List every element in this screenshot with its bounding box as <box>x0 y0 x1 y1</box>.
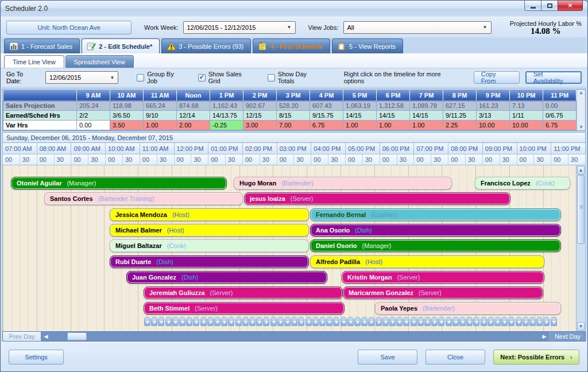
shift-marker-icon[interactable] <box>466 317 473 326</box>
grid-cell[interactable]: 3/13 <box>477 111 510 121</box>
scroll-up-icon[interactable]: ▲ <box>577 166 585 175</box>
tab-4-post-schedule[interactable]: 4 - Post Schedule <box>253 38 330 53</box>
grid-cell[interactable]: -0.25 <box>210 121 243 130</box>
grid-cell[interactable]: 607.43 <box>310 101 343 111</box>
shift-marker-icon[interactable] <box>312 317 319 326</box>
shift-marker-icon[interactable] <box>368 317 374 326</box>
shift-marker-icon[interactable] <box>179 317 185 326</box>
shift-marker-icon[interactable] <box>256 317 262 326</box>
shift-marker-icon[interactable] <box>389 317 396 326</box>
prev-day-button[interactable]: Prev Day <box>3 332 41 341</box>
shift-marker-icon[interactable] <box>193 317 199 326</box>
grid-cell[interactable]: 7.13 <box>510 101 543 111</box>
grid-cell[interactable]: 161.23 <box>477 101 510 111</box>
shift-marker-icon[interactable] <box>298 317 304 326</box>
shift-bar-paola-yepes[interactable]: Paola Yepes(Bartender) <box>375 302 561 315</box>
grid-cell[interactable]: 1.00 <box>144 121 177 130</box>
shift-marker-icon[interactable] <box>186 317 192 326</box>
grid-cell[interactable]: 1/11 <box>510 111 543 121</box>
shift-marker-icon[interactable] <box>228 317 234 326</box>
shift-marker-icon[interactable] <box>242 317 249 326</box>
grid-cell[interactable]: 3.00 <box>243 121 277 130</box>
shift-marker-icon[interactable] <box>536 317 543 326</box>
shift-marker-icon[interactable] <box>417 317 424 326</box>
timeline-vertical-scrollbar[interactable]: ▲ ▼ <box>576 165 585 331</box>
shift-marker-icon[interactable] <box>481 317 487 326</box>
shift-marker-icon[interactable] <box>551 317 557 326</box>
shift-marker-icon[interactable] <box>494 317 501 326</box>
tab-2-edit-schedule-[interactable]: 2 - Edit Schedule* <box>82 38 160 53</box>
shift-marker-icon[interactable] <box>424 317 431 326</box>
shift-marker-icon[interactable] <box>431 317 438 326</box>
shift-marker-icon[interactable] <box>207 317 214 326</box>
grid-cell[interactable]: 2/2 <box>77 111 110 121</box>
grid-cell[interactable]: 14/15 <box>377 111 410 121</box>
shift-bar-kristin-morgan[interactable]: Kristin Morgan(Server) <box>342 271 544 284</box>
grid-cell[interactable]: 1,162.43 <box>210 101 243 111</box>
shift-marker-icon[interactable] <box>347 317 354 326</box>
scroll-left-icon[interactable]: ◀ <box>41 332 51 341</box>
grid-cell[interactable]: 12/15 <box>243 111 277 121</box>
scrollbar-thumb[interactable] <box>577 175 585 244</box>
grid-cell[interactable]: 6.75 <box>310 121 343 130</box>
grid-cell[interactable]: 3/6.50 <box>110 111 144 121</box>
grid-cell[interactable]: 665.24 <box>144 101 177 111</box>
scrollbar-thumb[interactable] <box>67 332 87 340</box>
shift-marker-icon[interactable] <box>516 317 522 326</box>
shift-marker-icon[interactable] <box>396 317 403 326</box>
shift-marker-icon[interactable] <box>403 317 409 326</box>
goto-date-dropdown[interactable]: 12/06/2015 ▼ <box>45 71 118 84</box>
shift-bar-beth-stimmel[interactable]: Beth Stimmel(Server) <box>144 302 345 315</box>
shift-marker-icon[interactable] <box>543 317 550 326</box>
close-button[interactable]: ✕ <box>558 1 583 11</box>
grid-cell[interactable]: 9/15.75 <box>310 111 343 121</box>
shift-marker-icon[interactable] <box>529 317 536 326</box>
subtab-time-line-view[interactable]: Time Line View <box>4 55 64 68</box>
grid-cell[interactable]: 7.00 <box>277 121 310 130</box>
timeline-body[interactable]: ▲ ▼ Otoniel Aguilar(Manager)Hugo Moran(B… <box>2 165 586 331</box>
grid-cell[interactable]: 9/10 <box>144 111 177 121</box>
grid-cell[interactable]: 1,089.78 <box>410 101 443 111</box>
grid-cell[interactable]: 1.00 <box>410 121 443 130</box>
shift-marker-icon[interactable] <box>214 317 220 326</box>
shift-bar-juan-gonzalez[interactable]: Juan Gonzalez(Dish) <box>126 271 327 284</box>
shift-bar-maricarmen-gonzalez[interactable]: Maricarmen Gonzalez(Server) <box>343 286 543 299</box>
tab-5-view-reports[interactable]: 5 - View Reports <box>332 38 403 53</box>
scroll-down-icon[interactable]: ▼ <box>577 322 585 331</box>
shift-bar-hugo-moran[interactable]: Hugo Moran(Bartender) <box>234 177 452 189</box>
grid-cell[interactable]: 874.68 <box>177 101 210 111</box>
shift-marker-icon[interactable] <box>438 317 444 326</box>
grid-cell[interactable]: 902.67 <box>243 101 277 111</box>
shift-marker-icon[interactable] <box>488 317 494 326</box>
checkbox-show-day-totals[interactable]: Show Day Totals <box>268 71 324 84</box>
grid-cell[interactable]: 205.24 <box>77 101 110 111</box>
shift-marker-icon[interactable] <box>326 317 332 326</box>
shift-marker-icon[interactable] <box>354 317 361 326</box>
shift-bar-miguel-baltazar[interactable]: Miguel Baltazar(Cook) <box>110 239 309 252</box>
grid-cell[interactable]: 1.00 <box>377 121 410 130</box>
grid-cell[interactable]: 0/6.75 <box>543 111 577 121</box>
shift-marker-icon[interactable] <box>249 317 256 326</box>
shift-marker-icon[interactable] <box>284 317 291 326</box>
shift-bar-rubi-duarte[interactable]: Rubi Duarte(Dish) <box>110 255 309 268</box>
grid-cell[interactable]: 14/13.75 <box>210 111 243 121</box>
copy-from-button[interactable]: Copy From <box>474 71 520 84</box>
close-button-footer[interactable]: Close <box>425 350 485 365</box>
shift-marker-icon[interactable] <box>270 317 277 326</box>
grid-cell[interactable]: 0.00 <box>543 101 577 111</box>
grid-cell[interactable]: 9/11.25 <box>443 111 477 121</box>
shift-marker-icon[interactable] <box>235 317 242 326</box>
grid-cell[interactable]: 627.15 <box>443 101 477 111</box>
tab-1-forecast-sales[interactable]: 1 - Forecast Sales <box>4 38 80 53</box>
shift-marker-icon[interactable] <box>376 317 382 326</box>
shift-marker-icon[interactable] <box>200 317 207 326</box>
grid-cell[interactable]: 118.98 <box>110 101 144 111</box>
shift-bar-jesus-loaiza[interactable]: jesus loaiza(Server) <box>244 192 510 205</box>
shift-marker-icon[interactable] <box>411 317 417 326</box>
shift-marker-icon[interactable] <box>151 317 157 326</box>
scroll-right-icon[interactable]: ▶ <box>539 332 550 341</box>
shift-bar-ana-osorio[interactable]: Ana Osorio(Dish) <box>310 224 561 237</box>
grid-cell[interactable]: 10.00 <box>510 121 543 130</box>
shift-bar-jeremiah-guliuzza[interactable]: Jeremiah Guliuzza(Server) <box>144 286 343 299</box>
checkbox-group-by-job[interactable]: Group By Job <box>137 71 185 84</box>
